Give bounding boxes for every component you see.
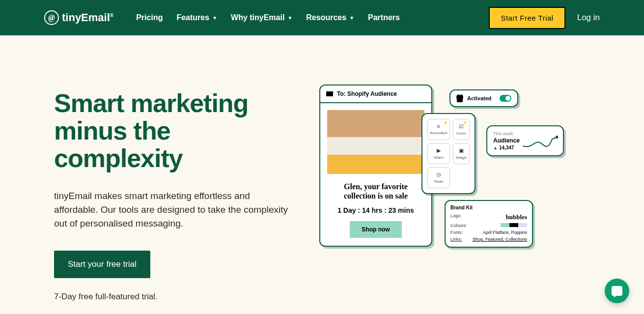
- login-link[interactable]: Log in: [577, 13, 600, 23]
- colour-swatches: [501, 223, 527, 228]
- sparkline-chart: [523, 135, 558, 149]
- swatch-2: [509, 223, 518, 227]
- activated-label: Activated: [467, 95, 492, 101]
- email-headline: Glen, your favorite collection is on sal…: [327, 182, 424, 200]
- timer-icon: ◷: [430, 171, 448, 178]
- bolt-icon: ⚡: [463, 120, 468, 125]
- main-header: @ tinyEmail® Pricing Features▼ Why tinyE…: [0, 0, 644, 35]
- widgets-panel: ⚡≡Accordion ⚡☑Form ▶Video ▣Image ◷Timer: [421, 113, 476, 194]
- nav-pricing[interactable]: Pricing: [136, 13, 163, 22]
- bolt-icon: ⚡: [443, 120, 448, 125]
- hero-content: Smart marketing minus the complexity tin…: [54, 89, 300, 302]
- video-icon: ▶: [430, 147, 448, 154]
- nav-resources[interactable]: Resources▼: [306, 13, 354, 22]
- start-trial-hero-button[interactable]: Start your free trial: [54, 251, 150, 278]
- audience-stats-card: This week Audience ▲14,347: [486, 125, 564, 156]
- header-actions: Start Free Trial Log in: [489, 7, 600, 29]
- arrow-up-icon: ▲: [493, 145, 498, 150]
- main-nav: Pricing Features▼ Why tinyEmail▼ Resourc…: [136, 13, 400, 22]
- swatch-1: [501, 223, 509, 227]
- widget-timer[interactable]: ◷Timer: [427, 167, 450, 188]
- activated-card: Activated: [449, 89, 518, 107]
- chat-widget-button[interactable]: [605, 279, 629, 303]
- hero-title: Smart marketing minus the complexity: [54, 89, 300, 172]
- hero-description: tinyEmail makes smart marketing effortle…: [54, 189, 295, 230]
- nav-why[interactable]: Why tinyEmail▼: [231, 13, 292, 22]
- svg-point-0: [556, 136, 558, 139]
- widget-image[interactable]: ▣Image: [453, 143, 470, 164]
- nav-partners[interactable]: Partners: [368, 13, 400, 22]
- chevron-down-icon: ▼: [287, 15, 292, 21]
- hero-section: Smart marketing minus the complexity tin…: [0, 35, 644, 302]
- start-trial-header-button[interactable]: Start Free Trial: [489, 7, 565, 29]
- brand-kit-card: Brand Kit Logo: bubbles Colours: Fonts: …: [445, 200, 533, 248]
- brand-kit-title: Brand Kit: [450, 205, 527, 210]
- brand-colours-row: Colours:: [450, 222, 527, 229]
- email-to-field: To: Shopify Audience: [320, 86, 431, 103]
- chevron-down-icon: ▼: [349, 15, 354, 21]
- product-image: [327, 110, 424, 174]
- trial-note: 7-Day free full-featured trial.: [54, 292, 300, 302]
- shop-now-button[interactable]: Shop now: [350, 221, 401, 238]
- email-preview-card: To: Shopify Audience Glen, your favorite…: [319, 85, 432, 247]
- shopify-icon: [456, 94, 463, 102]
- activated-toggle[interactable]: [500, 95, 511, 102]
- countdown-timer: 1 Day : 14 hrs : 23 mins: [327, 206, 424, 214]
- brand-logo[interactable]: @ tinyEmail®: [44, 10, 113, 25]
- chat-icon: [612, 286, 622, 296]
- email-body: Glen, your favorite collection is on sal…: [320, 103, 431, 245]
- brand-name: tinyEmail®: [62, 11, 113, 24]
- brand-fonts-row: Fonts: April Flatface, Poppins: [450, 229, 527, 236]
- chevron-down-icon: ▼: [212, 15, 217, 21]
- swatch-3: [518, 223, 527, 227]
- hero-illustration: To: Shopify Audience Glen, your favorite…: [319, 75, 590, 302]
- widget-video[interactable]: ▶Video: [427, 143, 450, 164]
- brand-logo-row: Logo: bubbles: [450, 212, 527, 222]
- at-icon: @: [44, 10, 59, 25]
- nav-features[interactable]: Features▼: [176, 13, 217, 22]
- image-icon: ▣: [455, 147, 467, 154]
- widget-accordion[interactable]: ⚡≡Accordion: [427, 119, 450, 140]
- brand-links: Shop, Featured, Collections: [473, 237, 527, 242]
- mail-icon: [326, 91, 333, 96]
- brand-links-row: Links: Shop, Featured, Collections: [450, 236, 527, 243]
- widget-form[interactable]: ⚡☑Form: [453, 119, 470, 140]
